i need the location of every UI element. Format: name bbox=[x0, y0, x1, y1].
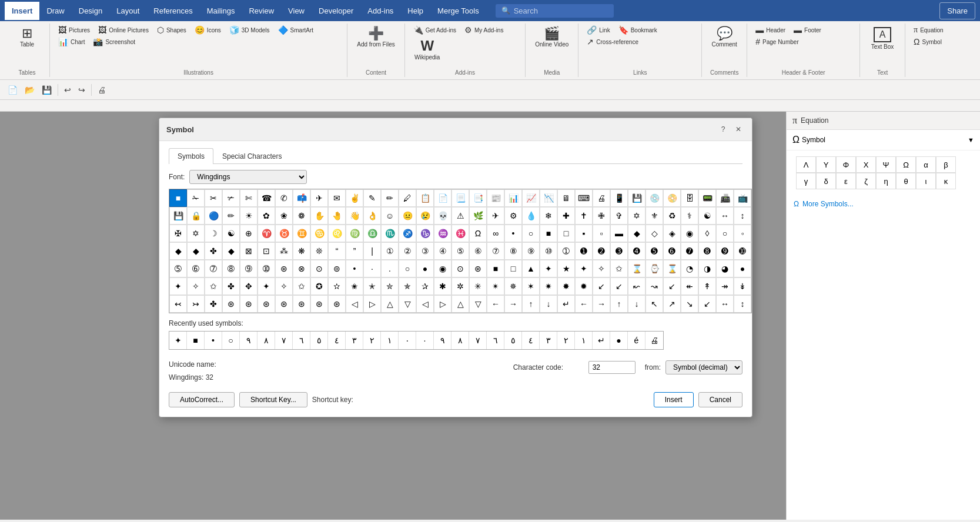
symbol-cell[interactable]: 🗄 bbox=[681, 189, 698, 207]
header-button[interactable]: ▬ Header bbox=[752, 25, 789, 35]
symbol-cell[interactable]: ❀ bbox=[275, 207, 293, 225]
symbol-cell[interactable]: ⊛ bbox=[310, 295, 328, 313]
symbol-cell[interactable]: ⚜ bbox=[645, 207, 663, 225]
symbol-cell[interactable]: ♑ bbox=[416, 225, 434, 242]
symbol-cell[interactable]: ◊ bbox=[698, 225, 716, 242]
recently-used-cell[interactable]: ٢ bbox=[557, 332, 575, 349]
symbol-cell[interactable]: ⊡ bbox=[257, 242, 275, 260]
right-panel-symbol-cell[interactable]: β bbox=[936, 156, 956, 173]
from-select[interactable]: Symbol (decimal) bbox=[665, 360, 742, 374]
symbol-cell[interactable]: 📄 bbox=[434, 189, 451, 207]
symbol-cell[interactable]: “ bbox=[328, 242, 346, 260]
symbol-cell[interactable]: □ bbox=[504, 260, 522, 277]
symbol-cell[interactable]: ◆ bbox=[628, 225, 645, 242]
dialog-help-button[interactable]: ? bbox=[717, 123, 730, 136]
symbol-cell[interactable]: ↝ bbox=[645, 277, 663, 295]
tab-design[interactable]: Design bbox=[72, 2, 109, 20]
tab-help[interactable]: Help bbox=[400, 2, 430, 20]
symbol-cell[interactable]: | bbox=[363, 242, 381, 260]
recently-used-cell[interactable]: ٥ bbox=[310, 332, 328, 349]
symbol-cell[interactable]: ↠ bbox=[716, 277, 734, 295]
symbol-cell[interactable]: ↕ bbox=[734, 207, 751, 225]
symbol-cell[interactable]: 💧 bbox=[522, 207, 540, 225]
dialog-close-button[interactable]: ✕ bbox=[732, 123, 745, 136]
symbol-cell[interactable]: ↙ bbox=[663, 277, 681, 295]
symbol-cell[interactable]: ⑧ bbox=[504, 242, 522, 260]
symbol-cell[interactable]: ✪ bbox=[310, 277, 328, 295]
symbol-cell[interactable]: ▷ bbox=[434, 295, 451, 313]
symbol-cell[interactable]: □ bbox=[557, 225, 575, 242]
autocorrect-button[interactable]: AutoCorrect... bbox=[169, 392, 235, 407]
symbol-cell[interactable]: ⊙ bbox=[310, 260, 328, 277]
symbol-cell[interactable]: 📰 bbox=[487, 189, 504, 207]
symbol-cell[interactable]: 📃 bbox=[451, 189, 469, 207]
symbol-cell[interactable]: ⑩ bbox=[540, 242, 557, 260]
recently-used-cell[interactable]: ✦ bbox=[169, 332, 187, 349]
symbol-cell[interactable]: ⚙ bbox=[504, 207, 522, 225]
tab-mailings[interactable]: Mailings bbox=[200, 2, 242, 20]
symbol-cell[interactable]: ⊗ bbox=[293, 260, 310, 277]
symbol-cell[interactable]: 🌿 bbox=[469, 207, 487, 225]
recently-used-cell[interactable]: ٨ bbox=[451, 332, 469, 349]
symbol-cell[interactable]: ↗ bbox=[663, 295, 681, 313]
symbol-cell[interactable]: 📈 bbox=[522, 189, 540, 207]
symbol-cell[interactable]: ▬ bbox=[610, 225, 628, 242]
symbol-cell[interactable]: ✸ bbox=[557, 277, 575, 295]
right-panel-symbol-cell[interactable]: Υ bbox=[816, 156, 836, 173]
symbol-cell[interactable]: ■ bbox=[487, 260, 504, 277]
symbol-cell[interactable]: ✩ bbox=[610, 260, 628, 277]
recently-used-cell[interactable]: 🖨 bbox=[645, 332, 663, 349]
symbol-cell[interactable]: ✮ bbox=[381, 277, 399, 295]
pictures-button[interactable]: 🖼 Pictures bbox=[55, 25, 93, 35]
symbol-grid[interactable]: ■✁✂✃✄☎✆📫✈✉✌✎✏🖊📋📄📃📑📰📊📈📉🖥⌨🖨📱💾💿📀🗄📟📠📺💾🔒🔵✏☀✿❀… bbox=[169, 189, 752, 313]
symbol-cell[interactable]: ⊛ bbox=[293, 295, 310, 313]
char-code-input[interactable] bbox=[588, 361, 636, 374]
symbol-cell[interactable]: ✏ bbox=[381, 189, 399, 207]
symbol-cell[interactable]: ✦ bbox=[540, 260, 557, 277]
symbol-cell[interactable]: ❁ bbox=[293, 207, 310, 225]
symbol-cell[interactable]: ♒ bbox=[434, 225, 451, 242]
online-pictures-button[interactable]: 🖼 Online Pictures bbox=[95, 25, 152, 35]
symbol-cell[interactable]: ↣ bbox=[187, 295, 205, 313]
recently-used-cell[interactable]: • bbox=[205, 332, 222, 349]
symbol-cell[interactable]: ♎ bbox=[363, 225, 381, 242]
symbol-cell[interactable]: ✴ bbox=[487, 277, 504, 295]
symbol-cell[interactable]: ⊛ bbox=[222, 295, 240, 313]
tab-review[interactable]: Review bbox=[242, 2, 281, 20]
symbol-cell[interactable]: ✁ bbox=[187, 189, 205, 207]
symbol-cell[interactable]: ◇ bbox=[645, 225, 663, 242]
symbol-cell[interactable]: ➐ bbox=[681, 242, 698, 260]
symbol-cell[interactable]: ➈ bbox=[240, 260, 257, 277]
symbol-cell[interactable]: ⑥ bbox=[469, 242, 487, 260]
right-panel-symbol-cell[interactable]: ι bbox=[916, 173, 936, 189]
symbol-cell[interactable]: ⊚ bbox=[328, 260, 346, 277]
symbol-cell[interactable]: ♉ bbox=[275, 225, 293, 242]
symbol-cell[interactable]: ➊ bbox=[575, 242, 593, 260]
screenshot-button[interactable]: 📸 Screenshot bbox=[89, 36, 139, 47]
symbol-cell[interactable]: ⌛ bbox=[628, 260, 645, 277]
footer-button[interactable]: ▬ Footer bbox=[790, 25, 825, 35]
symbol-cell[interactable]: ↡ bbox=[734, 277, 751, 295]
tab-layout[interactable]: Layout bbox=[109, 2, 146, 20]
symbol-cell[interactable]: ∞ bbox=[487, 225, 504, 242]
symbol-cell[interactable]: ↜ bbox=[628, 277, 645, 295]
symbol-cell[interactable]: ■ bbox=[540, 225, 557, 242]
tab-view[interactable]: View bbox=[281, 2, 312, 20]
symbol-cell[interactable]: ➆ bbox=[205, 260, 222, 277]
symbol-cell[interactable]: ✤ bbox=[205, 242, 222, 260]
symbol-cell[interactable]: 📑 bbox=[469, 189, 487, 207]
chart-button[interactable]: 📊 Chart bbox=[55, 36, 88, 47]
symbol-cell[interactable]: ◔ bbox=[681, 260, 698, 277]
symbol-cell[interactable]: ♏ bbox=[381, 225, 399, 242]
symbol-cell[interactable]: ① bbox=[381, 242, 399, 260]
symbol-cell[interactable]: ✲ bbox=[451, 277, 469, 295]
symbol-cell[interactable]: ⊛ bbox=[257, 295, 275, 313]
right-panel-symbol-cell[interactable]: Φ bbox=[836, 156, 856, 173]
symbol-cell[interactable]: ✈ bbox=[310, 189, 328, 207]
symbol-cell[interactable]: ✎ bbox=[363, 189, 381, 207]
symbol-cell[interactable]: ✞ bbox=[610, 207, 628, 225]
icons-button[interactable]: 😊 Icons bbox=[191, 25, 225, 35]
symbol-cell[interactable]: ✤ bbox=[222, 277, 240, 295]
symbol-cell[interactable]: ☯ bbox=[698, 207, 716, 225]
symbol-cell[interactable]: 😢 bbox=[416, 207, 434, 225]
